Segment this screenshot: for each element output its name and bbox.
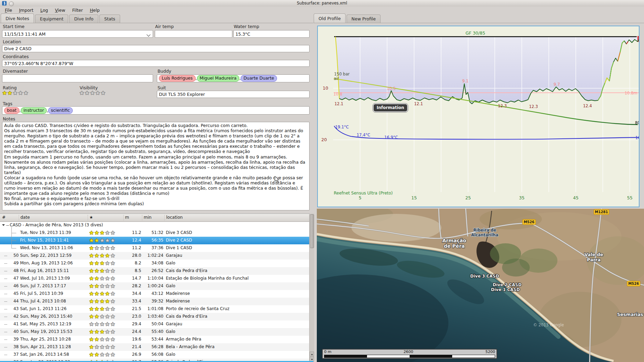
dive-row[interactable]: Tue, Nov 19, 2013 11:3911.251:32Dive 3 C… [0,229,309,237]
dive-row[interactable]: 37Sat, Jan 26, 2013 14:5826.956:08Galo★★… [0,351,309,359]
star-empty-icon: ★ [100,275,105,282]
air-temp-input[interactable] [155,30,232,38]
visibility-stars[interactable]: ★★★★★ [79,90,106,96]
scrollbar-thumb[interactable] [310,214,314,248]
dive-row[interactable]: 50Sun, Sep 22, 2013 12:5928.01:02:24Gara… [0,252,309,260]
dive-date: Thu, Jul 4, 2013 10:08 [20,299,66,304]
tag-pill: Luís Rodrigues [159,75,196,82]
dive-rating-stars: ★★★★★ [89,283,116,289]
dive-rating-stars: ★★★★★ [89,268,116,274]
dive-site-map[interactable]: M526 M1281 M526 Armação de Pêra Ribeira … [317,209,644,362]
tab-stats[interactable]: Stats [99,15,120,23]
dive-row[interactable]: 43Sat, Jun 1, 2013 11:2621.51:01:08Porto… [0,305,309,313]
dive-profile-panel[interactable]: 10.8 GF 30/85 10 20 150 bar air 12.1 12.… [317,26,639,207]
dive-row[interactable]: Wed, Nov 13, 2013 11:0611.237:36Dive 1 C… [0,244,309,252]
star-filled-icon: ★ [89,313,94,320]
dive-date: Wed, Nov 13, 2013 11:06 [20,245,73,250]
window-titlebar[interactable]: Subsurface: paneves.xml [0,0,644,7]
dive-row[interactable]: 40Sun, May 19, 2013 15:5324.455:40Galo★★… [0,328,309,336]
notes-textarea[interactable]: Aula do curso CASD. Transectos c/video e… [2,122,310,210]
star-filled-icon: ★ [94,275,99,282]
menu-item-file[interactable]: File [1,7,16,14]
location-label: Location [3,39,21,44]
star-empty-icon: ★ [90,90,95,96]
tab-dive-info[interactable]: Dive Info [69,15,98,23]
dive-row[interactable]: 47Wed, Jul 10, 2013 13:0914.71:10:04Esta… [0,275,309,282]
menu-item-filter[interactable]: Filter [69,7,86,14]
tab-new-profile[interactable]: New Profile [347,15,381,23]
star-empty-icon: ★ [100,336,105,343]
dive-row[interactable]: 49Mon, Aug 19, 2013 12:068.234:08Galo★★★… [0,260,309,267]
tab-old-profile[interactable]: Old Profile [314,13,346,23]
dive-duration: 51:32 [140,230,163,235]
dive-row[interactable]: 41Sat, May 25, 2013 12:1929.450:04Garaja… [0,320,309,328]
information-tooltip[interactable]: Information [373,103,408,112]
star-filled-icon: ★ [94,336,99,343]
dive-list-header[interactable]: # date ★ m min location [0,214,309,222]
dive-rating-stars: ★★★★★ [89,306,116,312]
star-filled-icon: ★ [89,260,94,266]
dive-depth: 19.6 [122,337,141,342]
chevron-down-icon[interactable] [2,224,5,226]
dive-row[interactable]: 46Sun, Jul 7, 2013 17:1728.21:00:24Galo★… [0,282,309,290]
dive-date: Mon, Aug 19, 2013 12:06 [20,261,73,265]
arrow-up-icon[interactable] [310,352,314,356]
star-filled-icon: ★ [89,252,94,259]
rating-stars[interactable]: ★★★★★ [2,90,29,96]
col-duration[interactable]: min [142,215,152,220]
col-depth[interactable]: m [123,215,129,220]
menu-item-import[interactable]: Import [16,7,37,14]
star-filled-icon: ★ [100,260,105,266]
col-date[interactable]: date [19,215,30,220]
menu-item-view[interactable]: View [52,7,69,14]
temp-label: 17.4°C [357,133,370,137]
location-input[interactable]: Dive 2 CASD [2,45,310,52]
menu-bar: FileImportLogViewFilterHelp [0,7,644,14]
divemaster-input[interactable] [2,74,153,82]
star-empty-icon: ★ [110,351,115,358]
chevron-down-icon[interactable] [146,33,150,36]
dive-depth: 28.0 [122,253,141,258]
tab-dive-notes[interactable]: Dive Notes [1,13,34,23]
water-temp-input[interactable]: 15.3°C [233,30,310,38]
coordinates-input[interactable]: 37°05'23.460"N 8°20'47.879"W [2,60,310,67]
depth-label: 12.1 [334,101,343,106]
start-time-input[interactable]: 11/15/13 11:41 AM [2,30,153,38]
round-button-icon[interactable] [9,1,14,6]
dive-row[interactable]: 48Fri, Aug 16, 2013 15:118.526:52Cais da… [0,267,309,275]
dive-depth: 21.4 [122,344,141,349]
dive-number: 41 [8,322,19,326]
depth-label: 12.4 [583,103,592,108]
dive-list-scrollbar[interactable] [309,214,314,362]
dive-date: Sun, Sep 22, 2013 12:59 [20,253,72,258]
right-tab-bar: Old ProfileNew Profile [314,15,382,23]
dive-row[interactable]: 44Thu, Jul 4, 2013 10:0833.439:32Madeire… [0,298,309,305]
svg-text:45: 45 [573,195,579,200]
menu-item-log[interactable]: Log [37,7,51,14]
tab-equipment[interactable]: Equipment [35,15,68,23]
dive-row[interactable]: 38Sun, Apr 21, 2013 11:2821.456:28Bela -… [0,343,309,351]
dive-computer-label: Reefnet Sensus Ultra (Preto) [334,191,393,196]
col-location[interactable]: location [164,215,183,220]
road-badge-m1281: M1281 [594,209,609,215]
suit-input[interactable]: DUI TLS 350 Explorer [157,91,310,98]
buddy-input[interactable]: Luís Rodrigues, Miguel Madureira, Duarte… [157,74,310,82]
dive-trip-group-row[interactable]: CASD - Armação de Pêra, Nov 2013 (3 dive… [0,221,309,229]
dive-row[interactable]: Fri, Nov 15, 2013 11:4112.456:35Dive 2 C… [0,237,309,244]
menu-item-help[interactable]: Help [86,7,103,14]
star-empty-icon: ★ [110,275,115,282]
dive-row[interactable]: 39Thu, Apr 25, 2013 10:2819.653:44Armaçã… [0,336,309,343]
dive-duration: 53:44 [140,337,163,342]
col-rating[interactable]: ★ [88,215,93,220]
dive-depth: 21.5 [122,306,141,311]
tag-pill: boat [4,107,19,114]
dive-duration: 43:12 [140,291,163,296]
tags-input[interactable]: boat, instructor, scientific [2,106,310,115]
dive-row[interactable]: 42Sun, May 26, 2013 15:4023.01:03:40Cais… [0,313,309,320]
dive-row[interactable]: 45Fri, Jul 5, 2013 10:3934.443:12Madeire… [0,290,309,298]
star-filled-icon: ★ [94,306,99,312]
col-number[interactable]: # [1,215,6,220]
dive-rating-stars: ★★★★★ [89,245,116,251]
star-filled-icon: ★ [105,252,110,259]
star-empty-icon: ★ [100,283,105,289]
